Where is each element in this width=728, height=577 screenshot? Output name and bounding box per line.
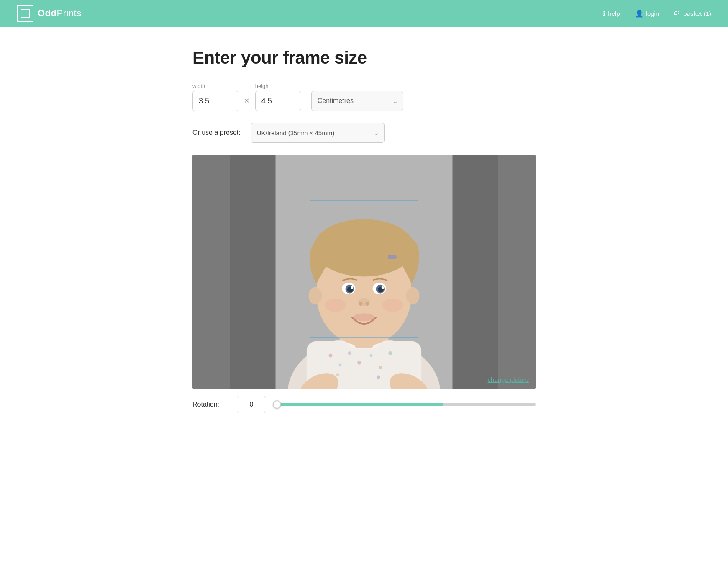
height-group: height xyxy=(255,83,301,111)
svg-point-9 xyxy=(357,361,361,365)
svg-point-13 xyxy=(336,373,339,376)
user-icon: 👤 xyxy=(635,10,643,18)
header-nav: ℹ help 👤 login 🛍 basket (1) xyxy=(603,10,711,18)
help-label: help xyxy=(608,10,620,17)
height-label: height xyxy=(255,83,301,89)
svg-rect-1 xyxy=(230,155,276,389)
width-label: width xyxy=(192,83,238,89)
svg-point-7 xyxy=(338,363,341,366)
width-group: width xyxy=(192,83,238,111)
rotation-slider[interactable] xyxy=(273,403,536,406)
svg-point-12 xyxy=(388,351,392,355)
svg-rect-2 xyxy=(452,155,498,389)
svg-point-6 xyxy=(328,353,332,357)
logo-icon xyxy=(17,5,33,22)
photo-editor: change picture xyxy=(192,155,536,389)
logo-bold: Odd xyxy=(38,8,57,18)
rotation-label: Rotation: xyxy=(192,401,230,408)
rotation-row: Rotation: xyxy=(192,396,536,413)
basket-label: basket (1) xyxy=(683,10,711,17)
preset-select-container: UK/Ireland (35mm × 45mm) US Passport (51… xyxy=(251,123,385,143)
rotation-input[interactable] xyxy=(237,396,266,413)
logo-area: OddPrints xyxy=(17,5,82,22)
multiply-sign: × xyxy=(244,96,249,106)
frame-size-row: width × height Centimetres Inches Millim… xyxy=(192,83,536,111)
header: OddPrints ℹ help 👤 login 🛍 basket (1) xyxy=(0,0,728,27)
preset-label: Or use a preset: xyxy=(192,129,241,137)
crop-frame xyxy=(310,200,418,337)
help-link[interactable]: ℹ help xyxy=(603,10,620,18)
logo-inner-box xyxy=(21,9,30,18)
main-content: Enter your frame size width × height Cen… xyxy=(176,27,552,430)
logo-light: Prints xyxy=(57,8,82,18)
basket-link[interactable]: 🛍 basket (1) xyxy=(674,10,711,17)
login-label: login xyxy=(646,10,659,17)
basket-icon: 🛍 xyxy=(674,10,681,17)
preset-select[interactable]: UK/Ireland (35mm × 45mm) US Passport (51… xyxy=(251,123,385,143)
login-link[interactable]: 👤 login xyxy=(635,10,659,18)
svg-point-8 xyxy=(348,351,351,355)
logo-text: OddPrints xyxy=(38,8,82,19)
svg-point-10 xyxy=(370,354,373,357)
unit-select-container: Centimetres Inches Millimetres xyxy=(311,91,403,111)
unit-select[interactable]: Centimetres Inches Millimetres xyxy=(311,91,403,111)
page-title: Enter your frame size xyxy=(192,48,536,68)
height-input[interactable] xyxy=(255,91,301,111)
preset-row: Or use a preset: UK/Ireland (35mm × 45mm… xyxy=(192,123,536,143)
svg-point-14 xyxy=(377,375,380,379)
change-picture-link[interactable]: change picture xyxy=(488,376,529,383)
unit-select-wrapper: Centimetres Inches Millimetres xyxy=(311,91,403,111)
width-input[interactable] xyxy=(192,91,238,111)
svg-point-11 xyxy=(379,366,382,369)
info-icon: ℹ xyxy=(603,10,605,18)
